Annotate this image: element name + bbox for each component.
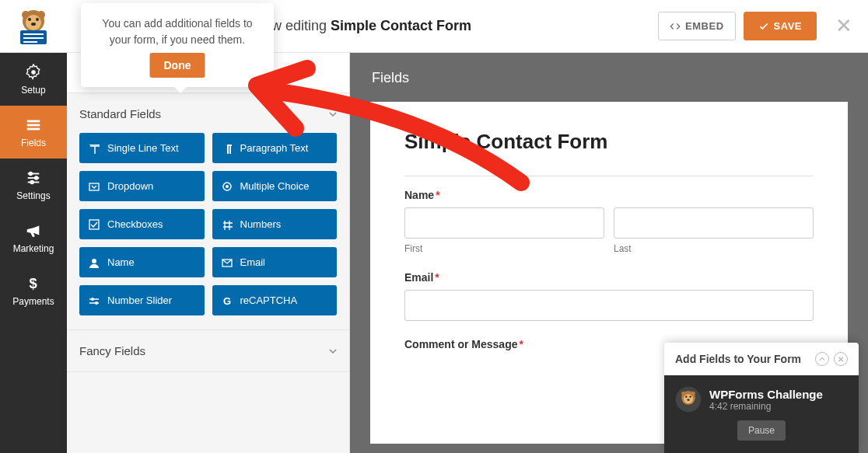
check-icon: [758, 21, 769, 32]
standard-fields-toggle[interactable]: Standard Fields: [79, 107, 337, 120]
chevron-down-icon: [329, 347, 337, 355]
sliders-icon: [25, 169, 42, 186]
chevron-down-icon: [329, 110, 337, 118]
list-icon: [25, 117, 42, 134]
mail-icon: [222, 257, 233, 268]
text-icon: [89, 143, 100, 154]
sidebar-item-marketing[interactable]: Marketing: [0, 211, 67, 264]
svg-point-19: [35, 176, 38, 179]
challenge-remaining: 4:42 remaining: [709, 401, 823, 412]
onboarding-tooltip: You can add additional fields to your fo…: [81, 3, 274, 87]
close-button[interactable]: ✕: [835, 14, 852, 38]
sidebar-label: Marketing: [13, 243, 54, 254]
collapse-button[interactable]: [815, 352, 829, 366]
dismiss-button[interactable]: ✕: [834, 352, 848, 366]
standard-fields-section: Standard Fields Single Line TextParagrap…: [67, 93, 349, 330]
slider-icon: [89, 295, 100, 306]
sidebar-item-fields[interactable]: Fields: [0, 106, 67, 159]
tooltip-text: You can add additional fields to your fo…: [102, 17, 252, 46]
sidebar-label: Setup: [21, 85, 45, 96]
svg-point-28: [92, 259, 96, 263]
bullhorn-icon: [25, 222, 42, 239]
save-button[interactable]: SAVE: [744, 12, 817, 40]
svg-rect-12: [27, 120, 40, 122]
svg-point-38: [691, 392, 695, 396]
svg-point-39: [684, 394, 693, 403]
sidebar-label: Payments: [12, 296, 54, 307]
field-name[interactable]: Name: [79, 247, 205, 277]
header-actions: EMBED SAVE ✕: [658, 12, 852, 40]
svg-point-18: [30, 172, 33, 175]
fancy-fields-section: Fancy Fields: [67, 330, 349, 372]
name-label: Name*: [404, 189, 814, 201]
svg-point-41: [689, 396, 691, 397]
first-sublabel: First: [404, 243, 604, 254]
svg-rect-24: [89, 183, 99, 190]
svg-rect-10: [23, 41, 37, 43]
radio-icon: [222, 181, 233, 192]
user-icon: [89, 257, 100, 268]
email-input[interactable]: [404, 290, 814, 321]
svg-point-42: [687, 399, 689, 401]
svg-point-6: [31, 23, 36, 26]
challenge-widget: Add Fields to Your Form ✕ WPForms Challe…: [664, 343, 859, 453]
tooltip-done-button[interactable]: Done: [150, 53, 205, 78]
chevron-up-icon: [819, 356, 825, 362]
field-checkboxes[interactable]: Checkboxes: [79, 209, 205, 239]
divider: [404, 176, 814, 176]
fancy-fields-toggle[interactable]: Fancy Fields: [79, 344, 337, 357]
gear-icon: [25, 64, 42, 81]
embed-button[interactable]: EMBED: [658, 12, 735, 40]
svg-point-32: [91, 298, 94, 301]
field-recaptcha[interactable]: GreCAPTCHA: [212, 285, 338, 315]
check-icon: [89, 219, 100, 230]
last-sublabel: Last: [614, 243, 814, 254]
svg-rect-9: [23, 37, 44, 39]
hash-icon: [222, 219, 233, 230]
last-name-input[interactable]: [614, 207, 814, 239]
chevron-right-icon: [310, 69, 317, 77]
svg-text:$: $: [30, 275, 37, 291]
sidebar-label: Fields: [21, 138, 46, 148]
field-numbers[interactable]: Numbers: [212, 209, 338, 239]
field-paragraph-text[interactable]: Paragraph Text: [212, 133, 338, 163]
svg-point-40: [685, 396, 687, 397]
bear-logo-icon: [14, 7, 53, 46]
name-field-block[interactable]: Name* First Last: [404, 189, 814, 254]
field-multiple-choice[interactable]: Multiple Choice: [212, 171, 338, 201]
svg-point-33: [95, 301, 98, 305]
svg-point-20: [30, 180, 33, 183]
first-name-input[interactable]: [404, 207, 604, 239]
svg-text:G: G: [223, 295, 231, 306]
google-icon: G: [222, 295, 233, 306]
email-field-block[interactable]: Email*: [404, 271, 814, 321]
field-dropdown[interactable]: Dropdown: [79, 171, 205, 201]
svg-rect-27: [89, 220, 99, 229]
field-single-line-text[interactable]: Single Line Text: [79, 133, 205, 163]
svg-rect-14: [27, 127, 40, 130]
dropdown-icon: [89, 181, 100, 192]
form-title: Simple Contact Form: [404, 130, 814, 154]
sidebar-item-setup[interactable]: Setup: [0, 53, 67, 106]
bear-avatar-icon: [675, 386, 702, 413]
code-icon: [670, 21, 681, 32]
paragraph-icon: [222, 143, 233, 154]
challenge-header: Add Fields to Your Form ✕: [664, 343, 859, 375]
email-label: Email*: [404, 271, 814, 284]
preview-section-title: Fields: [350, 53, 868, 102]
sidebar-item-payments[interactable]: $ Payments: [0, 264, 67, 317]
sidebar-item-settings[interactable]: Settings: [0, 159, 67, 211]
svg-rect-13: [27, 124, 40, 126]
fields-panel: Add Fields Field Options Standard Fields…: [67, 53, 350, 453]
wpforms-logo: [0, 0, 67, 53]
field-email[interactable]: Email: [212, 247, 338, 277]
svg-rect-22: [89, 145, 100, 145]
pause-button[interactable]: Pause: [737, 420, 786, 441]
svg-point-26: [226, 185, 229, 188]
svg-rect-23: [229, 145, 231, 154]
sidebar-label: Settings: [16, 190, 50, 201]
field-number-slider[interactable]: Number Slider: [79, 285, 205, 315]
dollar-icon: $: [25, 275, 42, 292]
svg-point-11: [31, 70, 36, 75]
svg-point-4: [28, 18, 31, 21]
